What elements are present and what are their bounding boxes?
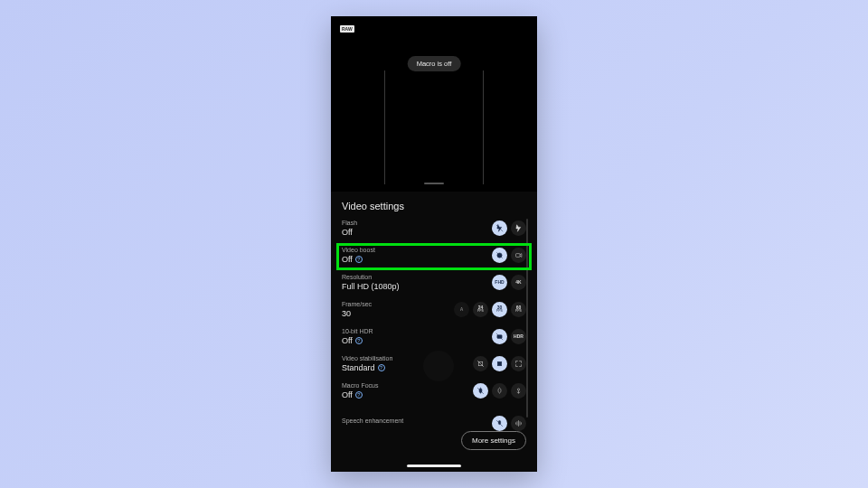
panel-drag-handle[interactable]	[424, 183, 444, 185]
crop-frame-overlay	[384, 70, 484, 184]
stab-locked-option[interactable]	[511, 356, 526, 371]
svg-point-5	[499, 363, 501, 365]
fps-30-option[interactable]: 30FPS	[492, 302, 507, 317]
macro-auto-option[interactable]	[492, 383, 507, 399]
raw-badge: RAW	[340, 25, 354, 33]
hdr-value: Off	[342, 336, 353, 345]
more-settings-button[interactable]: More settings	[461, 431, 526, 450]
flash-value: Off	[342, 228, 357, 237]
stab-off-option[interactable]	[473, 356, 488, 371]
resolution-fhd-option[interactable]: FHD	[492, 275, 507, 290]
video-settings-panel: Video settings Flash Off	[331, 192, 537, 472]
macro-on-option[interactable]	[511, 383, 526, 399]
speech-on-option[interactable]	[511, 416, 526, 431]
macro-off-option[interactable]	[473, 383, 488, 399]
macro-focus-value: Off	[342, 390, 353, 399]
panel-title: Video settings	[342, 201, 526, 211]
video-boost-value: Off	[342, 255, 353, 264]
video-boost-off-option[interactable]	[492, 248, 507, 263]
speech-off-option[interactable]	[492, 416, 507, 431]
row-macro-focus: Macro Focus Off ?	[342, 380, 526, 407]
fps-60-option[interactable]: 60FPS	[511, 302, 526, 317]
resolution-4k-option[interactable]: 4K	[511, 275, 526, 290]
video-boost-on-option[interactable]	[511, 248, 526, 263]
speech-enhancement-label: Speech enhancement	[342, 418, 403, 424]
home-indicator[interactable]	[407, 465, 461, 467]
scrollbar[interactable]	[526, 219, 528, 418]
stabilisation-value: Standard	[342, 363, 375, 372]
hdr-label: 10-bit HDR	[342, 328, 373, 334]
help-icon[interactable]: ?	[378, 364, 385, 371]
flash-label: Flash	[342, 220, 357, 226]
flash-on-option[interactable]	[511, 221, 526, 236]
help-icon[interactable]: ?	[355, 337, 363, 344]
svg-point-6	[517, 389, 519, 390]
row-video-boost: Video boost Off ?	[342, 244, 526, 271]
row-framerate: Frame/sec 30 A 24FPS 30FPS 60FPS	[342, 298, 526, 325]
framerate-label: Frame/sec	[342, 301, 372, 307]
fps-auto-option[interactable]: A	[454, 302, 469, 317]
hdr-off-option[interactable]	[492, 329, 507, 344]
row-resolution: Resolution Full HD (1080p) FHD 4K	[342, 271, 526, 298]
resolution-label: Resolution	[342, 274, 400, 280]
stab-standard-option[interactable]	[492, 356, 507, 371]
svg-rect-1	[516, 254, 521, 258]
row-stabilisation: Video stabilisation Standard ?	[342, 352, 526, 380]
row-hdr: 10-bit HDR Off ? HDR	[342, 325, 526, 352]
phone-frame: RAW Macro is off Video settings Flash Of…	[331, 16, 537, 472]
framerate-value: 30	[342, 309, 372, 318]
hdr-on-option[interactable]: HDR	[511, 329, 526, 344]
camera-viewfinder: RAW Macro is off	[331, 16, 537, 192]
help-icon[interactable]: ?	[355, 256, 363, 263]
video-boost-label: Video boost	[342, 247, 375, 253]
macro-toast: Macro is off	[408, 56, 461, 71]
row-speech-enhancement: Speech enhancement	[342, 407, 526, 433]
row-flash: Flash Off	[342, 217, 526, 244]
macro-focus-label: Macro Focus	[342, 382, 378, 389]
fps-24-option[interactable]: 24FPS	[473, 302, 488, 317]
stabilisation-label: Video stabilisation	[342, 355, 392, 361]
help-icon[interactable]: ?	[355, 391, 363, 399]
resolution-value: Full HD (1080p)	[342, 282, 400, 291]
flash-off-option[interactable]	[492, 221, 507, 236]
